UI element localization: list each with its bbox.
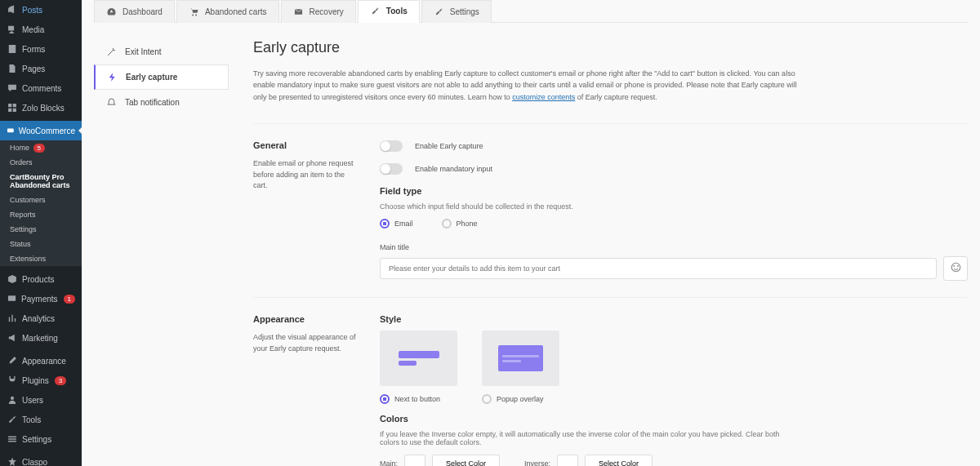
main-select-color-button[interactable]: Select Color: [432, 455, 500, 466]
tab-recovery[interactable]: Recovery: [281, 0, 356, 23]
submenu-orders[interactable]: Orders: [0, 155, 82, 170]
top-tabs: Dashboard Abandoned carts Recovery Tools…: [94, 0, 968, 23]
general-desc: Enable email or phone request before add…: [253, 158, 359, 192]
tools-side-nav: Exit Intent Early capture Tab notificati…: [94, 39, 229, 466]
colors-desc: If you leave the Inverse color empty, it…: [380, 430, 788, 446]
sidebar-item-appearance[interactable]: Appearance: [0, 351, 82, 371]
tab-label: Settings: [450, 7, 479, 16]
style-preview-popup[interactable]: [482, 331, 559, 386]
sidebar-item-label: Pages: [22, 64, 45, 73]
radio-phone[interactable]: Phone: [442, 219, 478, 229]
bolt-icon: [107, 72, 118, 82]
gear-icon: [434, 7, 444, 17]
sidebar-item-users[interactable]: Users: [0, 390, 82, 410]
inverse-color-swatch[interactable]: [557, 455, 578, 466]
appearance-title: Appearance: [253, 314, 372, 324]
tab-dashboard[interactable]: Dashboard: [94, 0, 175, 23]
sidebar-item-zolo[interactable]: Zolo Blocks: [0, 98, 82, 118]
bell-icon: [106, 97, 117, 108]
tab-tools[interactable]: Tools: [358, 0, 420, 23]
radio-label: Phone: [457, 220, 478, 228]
sidebar-item-marketing[interactable]: Marketing: [0, 328, 82, 348]
submenu-extensions[interactable]: Extensions: [0, 251, 82, 266]
sliders-icon: [7, 433, 18, 445]
sidebar-item-label: Forms: [22, 45, 45, 54]
svg-point-7: [951, 263, 960, 272]
plug-icon: [7, 375, 18, 386]
svg-rect-1: [8, 296, 16, 302]
nav-label: Tab notification: [125, 98, 180, 107]
tab-settings[interactable]: Settings: [421, 0, 492, 23]
sidebar-item-label: Claspo: [22, 458, 47, 467]
emoji-picker-button[interactable]: [943, 256, 968, 281]
star-icon: [7, 456, 18, 466]
radio-next-to-button[interactable]: Next to button: [380, 394, 457, 404]
inverse-select-color-button[interactable]: Select Color: [585, 455, 653, 466]
sidebar-item-forms[interactable]: Forms: [0, 39, 82, 59]
intro-text: Try saving more recoverable abandoned ca…: [253, 68, 808, 103]
toggle-label: Enable mandatory input: [415, 165, 492, 173]
sidebar-item-tools[interactable]: Tools: [0, 410, 82, 429]
radio-popup-overlay[interactable]: Popup overlay: [482, 394, 559, 404]
radio-label: Next to button: [394, 395, 440, 403]
main-color-label: Main:: [380, 459, 398, 466]
field-type-title: Field type: [380, 186, 968, 196]
enable-early-capture-toggle[interactable]: [380, 140, 403, 152]
sidebar-item-comments[interactable]: Comments: [0, 78, 82, 98]
nav-tab-notification[interactable]: Tab notification: [94, 90, 229, 115]
sidebar-item-settings[interactable]: Settings: [0, 429, 82, 449]
cart-icon: [189, 7, 199, 17]
svg-rect-0: [7, 129, 14, 133]
submenu-settings[interactable]: Settings: [0, 222, 82, 237]
sidebar-item-pages[interactable]: Pages: [0, 59, 82, 78]
sidebar-item-analytics[interactable]: Analytics: [0, 308, 82, 328]
toggle-label: Enable Early capture: [415, 142, 483, 150]
nav-early-capture[interactable]: Early capture: [94, 64, 229, 90]
media-icon: [7, 24, 18, 35]
sidebar-item-label: Plugins: [22, 376, 49, 385]
nav-exit-intent[interactable]: Exit Intent: [94, 39, 229, 64]
radio-icon: [380, 219, 390, 229]
submenu-home[interactable]: Home 5: [0, 140, 82, 155]
radio-label: Email: [394, 220, 413, 228]
sidebar-item-label: Appearance: [22, 357, 66, 366]
tab-label: Dashboard: [122, 7, 163, 16]
smile-icon: [950, 261, 962, 277]
submenu-cartbounty[interactable]: CartBounty Pro Abandoned carts: [0, 170, 82, 193]
submenu-customers[interactable]: Customers: [0, 193, 82, 207]
general-title: General: [253, 140, 372, 150]
radio-email[interactable]: Email: [380, 219, 413, 229]
inverse-color-label: Inverse:: [524, 459, 550, 466]
tab-abandoned-carts[interactable]: Abandoned carts: [176, 0, 279, 23]
sidebar-item-plugins[interactable]: Plugins 3: [0, 371, 82, 390]
main-title-input[interactable]: [380, 258, 937, 279]
sidebar-item-products[interactable]: Products: [0, 269, 82, 289]
enable-mandatory-input-toggle[interactable]: [380, 163, 403, 175]
woo-icon: [7, 125, 15, 136]
submenu-status[interactable]: Status: [0, 237, 82, 251]
sidebar-item-label: Analytics: [22, 314, 55, 323]
megaphone-icon: [7, 332, 18, 344]
style-preview-next-to-button[interactable]: [380, 331, 457, 386]
radio-icon: [442, 219, 452, 229]
submenu-reports[interactable]: Reports: [0, 207, 82, 222]
sidebar-item-media[interactable]: Media: [0, 20, 82, 39]
settings-panel: Early capture Try saving more recoverabl…: [229, 39, 968, 466]
nav-label: Exit Intent: [125, 47, 161, 56]
brush-icon: [7, 355, 18, 366]
main-content: Dashboard Abandoned carts Recovery Tools…: [82, 0, 980, 466]
main-color-swatch[interactable]: [404, 455, 425, 466]
svg-point-5: [195, 14, 197, 16]
card-icon: [7, 293, 17, 304]
sidebar-item-woocommerce[interactable]: WooCommerce: [0, 121, 82, 140]
svg-point-8: [953, 265, 954, 266]
sidebar-item-posts[interactable]: Posts: [0, 0, 82, 20]
block-icon: [7, 102, 18, 113]
svg-point-2: [11, 397, 14, 400]
appearance-desc: Adjust the visual appearance of your Ear…: [253, 332, 359, 354]
customize-contents-link[interactable]: customize contents: [512, 93, 575, 101]
sidebar-item-label: Users: [22, 396, 43, 405]
sidebar-item-claspo[interactable]: Claspo: [0, 452, 82, 466]
sidebar-item-payments[interactable]: Payments 1: [0, 289, 82, 308]
sidebar-item-label: Tools: [22, 415, 41, 424]
